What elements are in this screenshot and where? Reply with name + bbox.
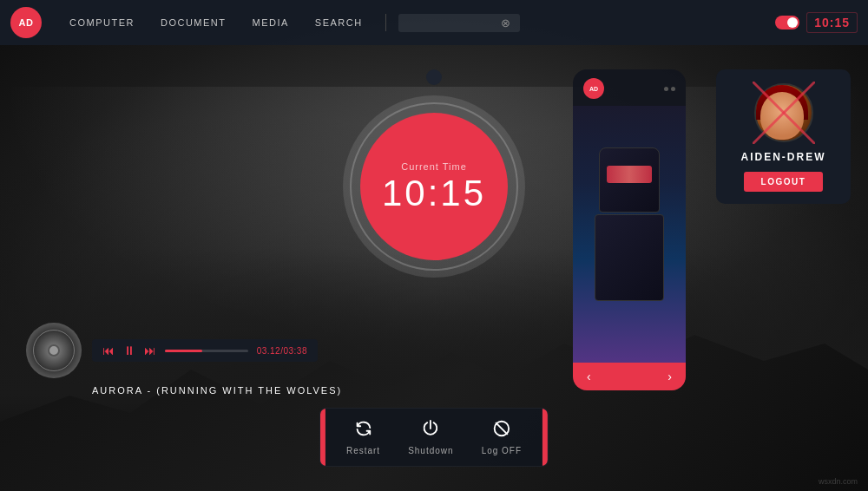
- clock-toggle[interactable]: [775, 16, 799, 29]
- phone-widget: AD ‹ ›: [573, 69, 686, 390]
- navbar: AD COMPUTER DOCUMENT MEDIA SEARCH ⊗ 10:1…: [0, 0, 868, 45]
- controls-bar: ⏮ ⏸ ⏭ 03.12/03:38: [92, 339, 318, 362]
- username: AIDEN-DREW: [741, 151, 826, 163]
- next-button[interactable]: ⏭: [144, 344, 156, 357]
- pause-button[interactable]: ⏸: [123, 344, 135, 357]
- progress-fill: [165, 350, 202, 352]
- phone-prev-button[interactable]: ‹: [587, 370, 591, 383]
- logo-text: AD: [19, 17, 34, 28]
- clock-label: Current Time: [401, 161, 467, 172]
- phone-next-button[interactable]: ›: [667, 370, 672, 383]
- action-bar-accent-right: [542, 409, 548, 466]
- restart-action[interactable]: Restart: [346, 419, 380, 455]
- nav-items: COMPUTER DOCUMENT MEDIA SEARCH ⊗: [59, 12, 520, 33]
- shutdown-label: Shutdown: [408, 446, 453, 455]
- search-input[interactable]: [407, 17, 494, 28]
- phone-dots: [664, 87, 675, 91]
- avatar-x-svg: [753, 82, 815, 144]
- robot-visor: [607, 166, 652, 183]
- clock-time: 10:15: [382, 175, 486, 212]
- search-clear-icon[interactable]: ⊗: [501, 17, 510, 29]
- clock-widget: Current Time 10:15: [343, 95, 525, 278]
- nav-item-search[interactable]: SEARCH: [305, 12, 373, 33]
- robot-body: [590, 147, 668, 321]
- phone-logo-text: AD: [589, 86, 598, 92]
- logoff-icon: [492, 419, 511, 441]
- shutdown-action[interactable]: Shutdown: [408, 419, 453, 455]
- user-card: AIDEN-DREW LOGOUT: [716, 69, 851, 204]
- avatar-x-overlay: [753, 82, 815, 144]
- svg-line-3: [496, 422, 508, 435]
- player-controls: ⏮ ⏸ ⏭ 03.12/03:38: [92, 339, 318, 362]
- avatar-container: [754, 83, 813, 142]
- phone-logo: AD: [583, 78, 604, 99]
- clock-outer-ring: Current Time 10:15: [343, 95, 525, 278]
- action-bar: Restart Shutdown Log OFF: [319, 408, 549, 467]
- phone-footer: ‹ ›: [573, 363, 686, 390]
- restart-icon: [354, 419, 373, 441]
- shutdown-icon: [421, 419, 440, 441]
- vinyl-center: [48, 344, 60, 357]
- restart-svg: [354, 419, 373, 438]
- logout-button[interactable]: LOGOUT: [744, 172, 824, 192]
- robot-head: [599, 147, 660, 213]
- logo-button[interactable]: AD: [10, 7, 42, 38]
- time-display: 03.12/03:38: [257, 346, 307, 356]
- navbar-clock: 10:15: [806, 12, 858, 33]
- phone-header: AD: [573, 69, 686, 106]
- nav-divider: [385, 14, 386, 31]
- clock-dot: [426, 69, 442, 85]
- nav-item-document[interactable]: DOCUMENT: [150, 12, 237, 33]
- robot-silhouette: [573, 106, 686, 363]
- player-row: ⏮ ⏸ ⏭ 03.12/03:38: [26, 323, 318, 378]
- vinyl-disc: [26, 323, 82, 378]
- track-title: AURORA - (RUNNING WITH THE WOLVES): [26, 385, 342, 396]
- logoff-svg: [492, 419, 511, 438]
- robot-torso: [595, 214, 664, 301]
- clock-inner: Current Time 10:15: [360, 113, 508, 260]
- watermark: wsxdn.com: [819, 477, 858, 486]
- nav-item-media[interactable]: MEDIA: [242, 12, 299, 33]
- music-player: ⏮ ⏸ ⏭ 03.12/03:38 AURORA - (RUNNING WITH…: [26, 323, 342, 396]
- prev-button[interactable]: ⏮: [102, 344, 115, 357]
- shutdown-svg: [421, 419, 440, 438]
- phone-image: [573, 106, 686, 363]
- phone-dot-2: [671, 87, 675, 91]
- progress-bar[interactable]: [165, 350, 248, 352]
- restart-label: Restart: [346, 446, 380, 455]
- logoff-label: Log OFF: [482, 446, 522, 455]
- logoff-action[interactable]: Log OFF: [482, 419, 522, 455]
- phone-dot-1: [664, 87, 668, 91]
- action-items: Restart Shutdown Log OFF: [326, 409, 542, 466]
- nav-item-computer[interactable]: COMPUTER: [59, 12, 145, 33]
- search-bar: ⊗: [398, 14, 520, 32]
